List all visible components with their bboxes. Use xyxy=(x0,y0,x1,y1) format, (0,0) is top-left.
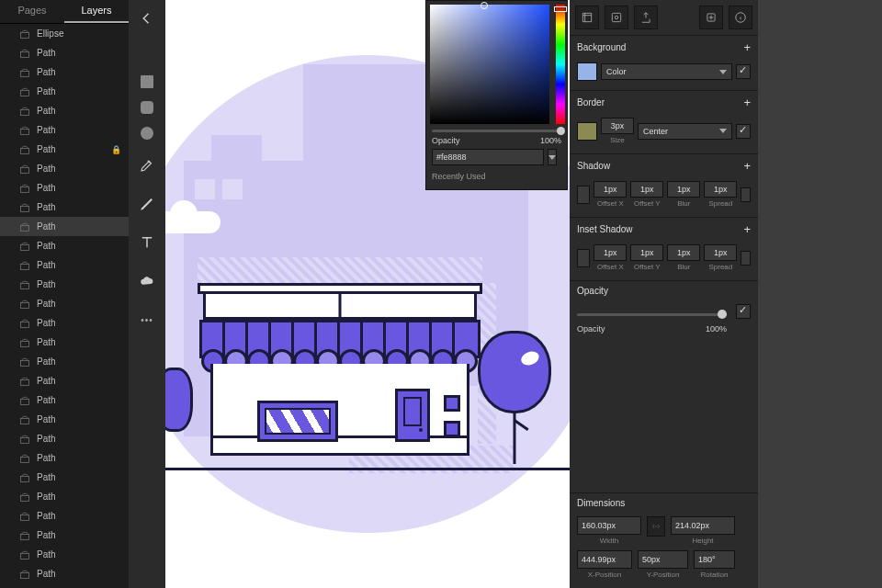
inset-offsety-label: Offset Y xyxy=(634,263,661,271)
more-tools[interactable]: ••• xyxy=(134,307,160,333)
background-enable-checkbox[interactable] xyxy=(736,64,751,79)
right-gutter xyxy=(758,0,882,588)
eyedropper-button[interactable] xyxy=(560,149,561,165)
layer-item[interactable]: Path xyxy=(0,352,129,371)
inset-spread-input[interactable] xyxy=(704,244,737,261)
text-tool[interactable] xyxy=(134,230,160,255)
picker-opacity-slider[interactable] xyxy=(432,130,561,132)
inset-offsety-input[interactable] xyxy=(630,244,663,261)
pen-tool[interactable] xyxy=(134,153,160,178)
layer-item[interactable]: Path xyxy=(0,390,129,410)
artwork-store xyxy=(198,283,482,462)
border-enable-checkbox[interactable] xyxy=(736,124,751,139)
link-dimensions-button[interactable] xyxy=(647,516,665,537)
add-border[interactable]: + xyxy=(743,96,751,109)
layer-item[interactable]: Path xyxy=(0,101,129,120)
x-input[interactable] xyxy=(577,550,632,569)
rounded-rectangle-tool[interactable] xyxy=(141,101,153,114)
layer-type-icon xyxy=(18,85,31,98)
add-background[interactable]: + xyxy=(743,40,751,54)
align-button[interactable] xyxy=(575,6,599,29)
layer-item[interactable]: Path xyxy=(0,82,129,101)
svg-rect-17 xyxy=(21,360,29,366)
svg-rect-13 xyxy=(21,283,29,288)
border-swatch[interactable] xyxy=(577,122,597,141)
width-input[interactable] xyxy=(577,516,641,535)
info-button[interactable] xyxy=(729,6,752,29)
lock-icon[interactable]: 🔒 xyxy=(111,145,121,154)
layer-item[interactable]: Path xyxy=(0,159,129,178)
layer-item[interactable]: Path xyxy=(0,448,129,468)
layer-item[interactable]: Path xyxy=(0,294,129,313)
layer-item[interactable]: Path🔒 xyxy=(0,140,129,159)
export-button[interactable] xyxy=(634,6,658,29)
svg-rect-20 xyxy=(21,418,29,424)
layer-item[interactable]: Path xyxy=(0,333,129,352)
layer-item[interactable]: Path xyxy=(0,313,129,333)
background-swatch[interactable] xyxy=(577,62,597,81)
inset-shadow-swatch[interactable] xyxy=(577,249,590,267)
tab-layers[interactable]: Layers xyxy=(64,0,129,23)
layer-type-icon xyxy=(18,201,31,214)
layer-item[interactable]: Path xyxy=(0,43,129,62)
y-input[interactable] xyxy=(638,550,688,569)
layer-item[interactable]: Path xyxy=(0,429,129,448)
shadow-spread-input[interactable] xyxy=(704,181,737,198)
border-position-select[interactable]: Center xyxy=(638,123,732,140)
shadow-blur-input[interactable] xyxy=(667,181,700,198)
layer-item[interactable]: Path xyxy=(0,178,129,198)
inspector-panel: Background+ Color Border+ Size Center xyxy=(570,0,758,588)
ellipse-tool[interactable] xyxy=(141,127,153,140)
cloud-tool[interactable] xyxy=(134,268,160,294)
layer-item[interactable]: Path xyxy=(0,526,129,545)
layer-item[interactable]: Path xyxy=(0,545,129,564)
shadow-swatch[interactable] xyxy=(577,186,590,204)
layer-item[interactable]: Path xyxy=(0,62,129,82)
height-label: Height xyxy=(692,537,713,545)
shadow-offsetx-input[interactable] xyxy=(594,181,627,198)
svg-rect-1 xyxy=(21,51,29,57)
border-size-input[interactable] xyxy=(601,118,634,134)
layer-item[interactable]: Path xyxy=(0,564,129,583)
opacity-enable-checkbox[interactable] xyxy=(736,304,751,319)
rotation-input[interactable] xyxy=(694,550,735,569)
add-inset-shadow[interactable]: + xyxy=(743,222,751,236)
hex-dropdown[interactable] xyxy=(548,149,557,165)
back-button[interactable] xyxy=(134,6,160,31)
layer-type-icon xyxy=(18,336,31,349)
layer-item[interactable]: Path xyxy=(0,198,129,217)
layer-item[interactable]: Path xyxy=(0,236,129,255)
color-picker[interactable]: Opacity 100% Recently Used xyxy=(425,0,568,190)
import-button[interactable] xyxy=(699,6,723,29)
height-input[interactable] xyxy=(671,516,735,535)
layer-item[interactable]: Path xyxy=(0,217,129,236)
shadow-offsety-input[interactable] xyxy=(630,181,663,198)
layer-name: Path xyxy=(37,279,56,289)
inset-blur-input[interactable] xyxy=(667,244,700,261)
svg-rect-15 xyxy=(21,322,29,327)
hex-input[interactable] xyxy=(432,149,544,165)
hue-slider[interactable] xyxy=(556,5,565,124)
layer-list: EllipsePathPathPathPathPathPath🔒PathPath… xyxy=(0,24,129,588)
inset-shadow-enable-checkbox[interactable] xyxy=(741,251,751,266)
color-field[interactable] xyxy=(430,5,549,124)
add-shadow[interactable]: + xyxy=(743,159,751,173)
tab-pages[interactable]: Pages xyxy=(0,0,64,23)
layer-item[interactable]: Ellipse xyxy=(0,24,129,43)
components-button[interactable] xyxy=(605,6,628,29)
layer-item[interactable]: Path xyxy=(0,410,129,429)
layer-item[interactable]: Path xyxy=(0,468,129,487)
opacity-slider[interactable] xyxy=(577,308,727,321)
layer-item[interactable]: Path xyxy=(0,371,129,390)
picker-opacity-value: 100% xyxy=(540,136,561,145)
layer-item[interactable]: Path xyxy=(0,255,129,275)
inset-offsetx-input[interactable] xyxy=(594,244,627,261)
pencil-tool[interactable] xyxy=(134,191,160,217)
layer-item[interactable]: Path xyxy=(0,120,129,140)
shadow-enable-checkbox[interactable] xyxy=(741,187,751,202)
background-type-select[interactable]: Color xyxy=(601,63,732,80)
layer-item[interactable]: Path xyxy=(0,275,129,294)
rectangle-tool[interactable] xyxy=(141,75,153,88)
layer-item[interactable]: Path xyxy=(0,487,129,506)
layer-item[interactable]: Path xyxy=(0,506,129,526)
